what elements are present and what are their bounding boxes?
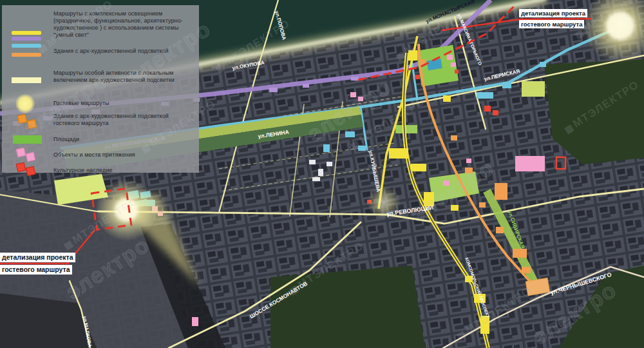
detail-callout-bottom-left: детализация проекта гостевого маршрута (0, 253, 75, 275)
legend-item-complex-routes: Маршруты с комплексным освещением (празд… (53, 10, 195, 39)
legend-route-yellow-swatch (12, 31, 41, 35)
legend-heritage-swatch (16, 162, 26, 172)
legend-guest-glow-swatch (15, 94, 35, 113)
legend-guest-buildings-swatch (27, 119, 37, 129)
legend-item-attractions: Объекты и места притяжения (53, 151, 195, 159)
legend-route-cyan-swatch (12, 44, 41, 48)
detail-callout-top-right: детализация проекта гостевого маршрута (519, 9, 587, 28)
legend-item-heritage: Культурное наследие (53, 167, 195, 174)
legend-route-orange-swatch (12, 53, 41, 57)
map-legend-panel: Маршруты с комплексным освещением (празд… (2, 5, 199, 173)
detail-callout-line2: гостевого маршрута (0, 265, 72, 275)
legend-squares-swatch (13, 135, 42, 144)
legend-heritage-swatch (26, 166, 35, 176)
detail-callout-line1: детализация проекта (0, 253, 75, 262)
detail-callout-line1: детализация проекта (519, 9, 587, 17)
legend-item-guest-routes: Гостевые маршруты (53, 100, 195, 107)
detail-callout-line2: гостевого маршрута (519, 20, 584, 28)
legend-guest-buildings-swatch (17, 114, 27, 124)
legend-special-route-swatch (12, 77, 41, 83)
legend-attractions-swatch (26, 152, 35, 162)
legend-item-squares: Площади (53, 136, 195, 143)
legend-route-purple-swatch (12, 37, 41, 41)
legend-attractions-swatch (16, 148, 26, 157)
lighting-masterplan-map: ул.ПОПОВА ул.ОКУЛОВА ул.МОНАСТЫРСКАЯ ул.… (0, 0, 644, 348)
legend-item-special-routes: Маршруты особой активности с локальным в… (53, 70, 195, 84)
legend-item-arch-lit-buildings: Здания с арх-художественной подсветкой (53, 48, 195, 55)
legend-item-guest-buildings: Здания с арх-художественной подсветкой г… (53, 113, 195, 127)
